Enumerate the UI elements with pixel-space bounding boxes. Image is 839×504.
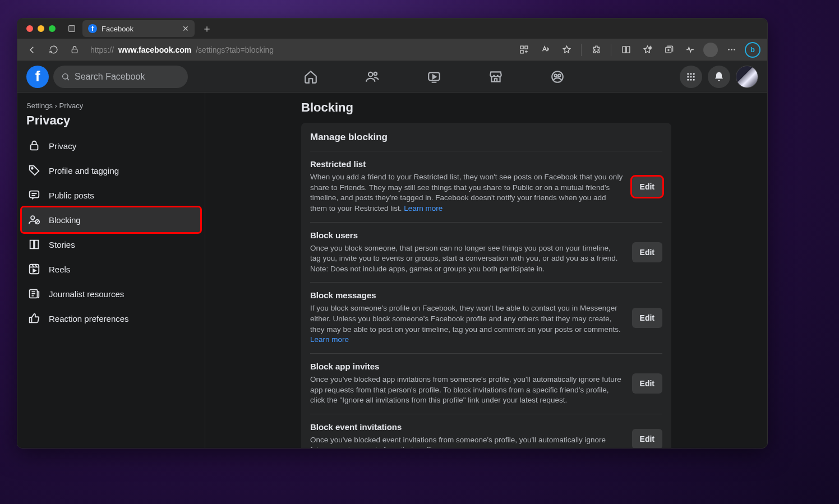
section-desc: Once you've blocked event invitations fr… [310, 435, 623, 448]
sidebar-item-profile-tagging[interactable]: Profile and tagging [22, 158, 200, 183]
more-button[interactable] [723, 42, 739, 58]
sidebar-item-label: Reels [49, 265, 70, 274]
sidebar-item-label: Blocking [49, 215, 81, 225]
nav-groups[interactable] [546, 66, 569, 88]
tab-close-button[interactable]: ✕ [182, 24, 189, 33]
section-heading: Restricted list [310, 159, 623, 169]
svg-point-14 [374, 72, 376, 75]
browser-toolbar: https://www.facebook.com/settings?tab=bl… [17, 39, 767, 61]
search-icon [61, 72, 70, 81]
svg-rect-2 [72, 49, 77, 53]
svg-rect-33 [30, 265, 39, 274]
new-tab-button[interactable]: ＋ [199, 22, 215, 35]
sidebar-item-label: Stories [49, 240, 75, 249]
extensions-button[interactable] [516, 42, 532, 58]
svg-rect-7 [626, 47, 630, 53]
svg-rect-5 [520, 50, 523, 53]
nav-marketplace[interactable] [485, 66, 507, 88]
sidebar-item-journalist[interactable]: Journalist resources [22, 281, 200, 306]
chat-icon [27, 188, 41, 202]
block-user-icon [27, 213, 41, 226]
section-heading: Block messages [310, 290, 623, 300]
browser-window: f Facebook ✕ ＋ https://www.facebook.com/… [17, 18, 768, 448]
collections-button[interactable] [661, 42, 676, 58]
svg-point-26 [690, 78, 692, 80]
settings-sidebar: Settings › Privacy Privacy Privacy Profi… [17, 93, 205, 448]
facebook-logo[interactable]: f [26, 66, 49, 88]
svg-rect-4 [524, 46, 527, 49]
reels-icon [27, 262, 41, 276]
maximize-window-button[interactable] [49, 25, 56, 32]
browser-tab[interactable]: f Facebook ✕ [82, 20, 195, 37]
settings-body: Settings › Privacy Privacy Privacy Profi… [17, 93, 767, 448]
nav-home[interactable] [299, 66, 322, 88]
performance-button[interactable] [682, 42, 698, 58]
account-button[interactable] [736, 66, 758, 88]
tag-icon [27, 164, 41, 177]
menu-button[interactable] [680, 66, 702, 88]
svg-point-21 [693, 73, 695, 75]
center-nav [188, 66, 680, 88]
section-desc: Once you block someone, that person can … [310, 243, 623, 275]
card-title: Manage blocking [310, 132, 662, 143]
svg-point-31 [31, 216, 34, 219]
favorite-button[interactable] [559, 42, 574, 58]
breadcrumb-privacy[interactable]: Privacy [59, 101, 84, 110]
nav-friends[interactable] [361, 66, 384, 88]
svg-point-27 [693, 78, 695, 80]
bing-button[interactable]: b [745, 42, 760, 58]
svg-rect-6 [623, 47, 626, 53]
svg-point-25 [687, 78, 689, 80]
site-info-button[interactable] [67, 42, 82, 58]
svg-point-22 [687, 76, 689, 77]
url-path: /settings?tab=blocking [196, 45, 274, 54]
learn-more-link[interactable]: Learn more [404, 204, 442, 212]
search-input[interactable]: Search Facebook [53, 66, 188, 88]
extension-puzzle-button[interactable] [588, 42, 604, 58]
svg-point-11 [734, 49, 735, 50]
edit-button-restricted[interactable]: Edit [632, 177, 662, 197]
section-desc: When you add a friend to your Restricted… [310, 172, 623, 214]
back-button[interactable] [24, 42, 40, 58]
sidebar-item-reels[interactable]: Reels [22, 257, 200, 281]
favorites-bar-button[interactable] [639, 42, 655, 58]
url-scheme: https:// [90, 45, 114, 54]
notifications-button[interactable] [708, 66, 730, 88]
edit-button-messages[interactable]: Edit [632, 308, 662, 328]
learn-more-link[interactable]: Learn more [310, 335, 349, 344]
svg-point-12 [63, 73, 68, 78]
edit-button-event-invites[interactable]: Edit [632, 429, 662, 448]
sidebar-title: Privacy [22, 112, 200, 133]
edit-button-app-invites[interactable]: Edit [632, 373, 662, 394]
breadcrumb-settings[interactable]: Settings [26, 101, 53, 110]
svg-point-23 [690, 76, 692, 77]
read-aloud-button[interactable] [537, 42, 553, 58]
sidebar-item-privacy[interactable]: Privacy [22, 133, 200, 158]
sidebar-item-label: Profile and tagging [49, 166, 119, 175]
section-desc: If you block someone's profile on Facebo… [310, 303, 623, 345]
svg-point-16 [552, 71, 563, 82]
refresh-button[interactable] [45, 42, 61, 58]
browser-profile-button[interactable] [703, 43, 718, 57]
minimize-window-button[interactable] [38, 25, 44, 32]
header-right [680, 66, 758, 88]
svg-point-17 [554, 74, 556, 76]
close-window-button[interactable] [26, 25, 33, 32]
svg-point-19 [687, 73, 689, 75]
split-screen-button[interactable] [618, 42, 634, 58]
edit-button-users[interactable]: Edit [632, 242, 662, 262]
sidebar-item-reactions[interactable]: Reaction preferences [22, 306, 200, 331]
nav-watch[interactable] [423, 66, 445, 88]
sidebar-item-blocking[interactable]: Blocking [22, 207, 200, 232]
sidebar-item-stories[interactable]: Stories [22, 232, 200, 257]
sidebar-item-public-posts[interactable]: Public posts [22, 183, 200, 207]
tab-overview-button[interactable] [66, 22, 78, 35]
address-bar[interactable]: https://www.facebook.com/settings?tab=bl… [90, 45, 274, 54]
search-placeholder: Search Facebook [75, 72, 145, 82]
facebook-header: f Search Facebook [17, 61, 767, 93]
facebook-favicon-icon: f [88, 24, 97, 33]
section-heading: Block app invites [310, 362, 623, 371]
svg-point-9 [728, 49, 730, 50]
toolbar-actions: b [516, 42, 760, 58]
news-icon [27, 287, 41, 300]
